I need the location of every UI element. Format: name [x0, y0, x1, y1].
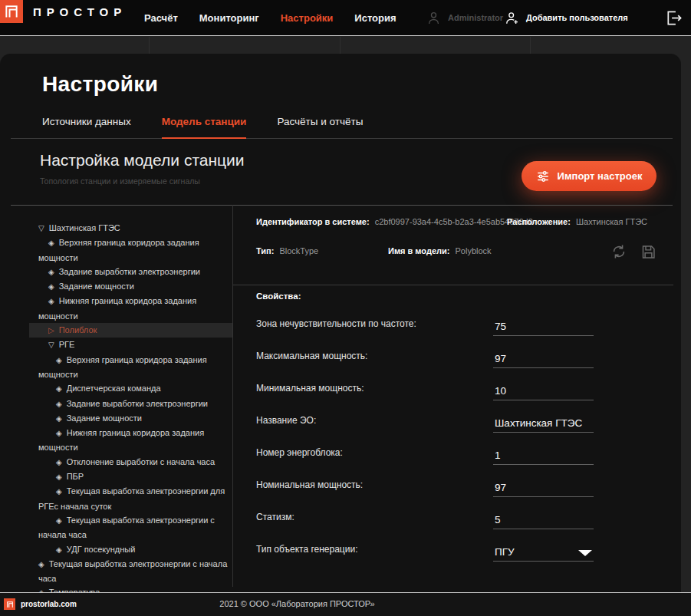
- add-user-label: Добавить пользователя: [526, 13, 628, 22]
- section-subtitle: Топология станции и измеряемые сигналы: [40, 176, 200, 186]
- tree-item[interactable]: ◈ПБР: [29, 469, 232, 484]
- tree-item[interactable]: ◈Текущая выработка электроэнергии с нача…: [29, 513, 232, 542]
- tree-item[interactable]: ◈Верхняя граница коридора задания мощнос…: [29, 353, 232, 382]
- page-title: Настройки: [42, 72, 158, 97]
- field-label: Номер энергоблока:: [256, 447, 343, 458]
- tree-item[interactable]: ◈Диспетчерская команда: [29, 381, 232, 396]
- field-input[interactable]: [493, 450, 594, 465]
- tab-2[interactable]: Модель станции: [162, 116, 247, 139]
- user-icon: [426, 11, 441, 25]
- block-type-value: BlockType: [279, 246, 318, 255]
- model-name: Имя в модели: Polyblock: [388, 246, 492, 255]
- tree-item[interactable]: ◈УДГ посекундный: [29, 542, 232, 557]
- tree-item[interactable]: ▷Полиблок: [29, 323, 232, 338]
- tree-item-label: Задание мощности: [59, 282, 134, 291]
- tree-item-label: Текущая выработка электроэнергии для РГЕ…: [38, 486, 225, 510]
- tree-item-label: Нижняя граница коридора задания мощности: [38, 296, 196, 320]
- model-name-label: Имя в модели:: [388, 246, 449, 255]
- brand-logo-icon: [0, 0, 23, 23]
- field-row: Максимальная мощность:: [233, 336, 673, 368]
- tab-1[interactable]: Источники данных: [42, 116, 131, 138]
- tree-item[interactable]: ◈Задание мощности: [29, 279, 232, 294]
- tab-3[interactable]: Расчёты и отчёты: [277, 116, 363, 138]
- field-input[interactable]: [493, 353, 594, 368]
- main-content: Настройки Источники данныхМодель станции…: [0, 54, 681, 592]
- tree-item[interactable]: ◈Текущая выработка электроэнергии для РГ…: [29, 484, 232, 513]
- generation-type-select[interactable]: ПГУ: [493, 546, 594, 562]
- section-title: Настройка модели станции: [40, 151, 245, 170]
- field-label: Зона нечувствительности по частоте:: [256, 318, 416, 329]
- signal-diamond-icon: ◈: [48, 297, 54, 305]
- details-panel: Идентификатор в системе: c2bf0997-93a4-4…: [232, 205, 673, 587]
- import-settings-label: Импорт настроек: [558, 170, 643, 182]
- user-name: Administrator: [448, 13, 503, 22]
- tree-item[interactable]: ◈Задание выработки электроэнергии: [29, 397, 232, 411]
- collapse-triangle-icon: ▽: [48, 341, 54, 349]
- field-row: Название ЭО:: [233, 400, 673, 433]
- tree-item[interactable]: ◈Отклонение выработки с начала часа: [29, 455, 232, 469]
- tree-item-label: Задание выработки электроэнергии: [67, 399, 208, 408]
- tree-item[interactable]: ▽РГЕ: [29, 338, 232, 352]
- tree-item-label: Текущая выработка электроэнергии с начал…: [38, 559, 227, 583]
- signal-diamond-icon: ◈: [56, 458, 62, 466]
- field-label: Статизм:: [256, 512, 294, 522]
- signal-diamond-icon: ◈: [56, 400, 62, 408]
- tree-item-label: Задание выработки электроэнергии: [59, 267, 200, 276]
- properties-form: Зона нечувствительности по частоте:Макси…: [233, 304, 673, 562]
- field-row: Зона нечувствительности по частоте:: [233, 304, 673, 336]
- collapse-triangle-icon: ▽: [38, 224, 44, 232]
- field-input[interactable]: [493, 514, 594, 529]
- field-input[interactable]: [493, 321, 594, 336]
- signal-diamond-icon: ◈: [56, 429, 62, 437]
- tree-item-label: Шахтинская ГТЭС: [49, 223, 120, 232]
- tree-item[interactable]: ◈Текущая выработка электроэнергии с нача…: [29, 557, 232, 586]
- tree-item[interactable]: ▽Шахтинская ГТЭС: [29, 221, 232, 236]
- field-input[interactable]: [493, 482, 594, 497]
- logout-icon: [665, 9, 683, 27]
- signal-diamond-icon: ◈: [48, 282, 54, 291]
- header-separator: [340, 37, 341, 54]
- field-label: Минимальная мощность:: [256, 383, 364, 394]
- nav-item-4[interactable]: История: [354, 12, 396, 24]
- tree-item-label: УДГ посекундный: [67, 545, 136, 554]
- tree-item[interactable]: ◈Нижняя граница коридора задания мощност…: [29, 294, 232, 323]
- field-input[interactable]: [493, 385, 594, 400]
- add-user-button[interactable]: Добавить пользователя: [505, 0, 628, 35]
- field-row: Тип объекта генерации:ПГУ: [233, 529, 673, 562]
- refresh-button[interactable]: [610, 243, 627, 260]
- save-icon: [640, 244, 656, 260]
- logout-button[interactable]: [665, 9, 683, 27]
- select-value: ПГУ: [495, 546, 515, 558]
- main-nav: РасчётМониторингНастройкиИстория: [144, 0, 397, 35]
- model-name-value: Polyblock: [455, 246, 491, 255]
- app-header: ПРОСТОР РасчётМониторингНастройкиИстория…: [0, 0, 691, 36]
- nav-item-1[interactable]: Расчёт: [144, 12, 178, 24]
- tree-item[interactable]: ◈Задание мощности: [29, 411, 232, 426]
- tree-item-label: Нижняя граница коридора задания мощности: [38, 428, 204, 452]
- field-input[interactable]: [493, 417, 594, 433]
- tree-item[interactable]: ◈Нижняя граница коридора задания мощност…: [29, 426, 232, 455]
- block-type-label: Тип:: [256, 246, 274, 255]
- save-button[interactable]: [640, 243, 656, 260]
- nav-item-3[interactable]: Настройки: [281, 12, 334, 24]
- field-row: Минимальная мощность:: [233, 368, 673, 400]
- import-settings-button[interactable]: Импорт настроек: [522, 161, 656, 191]
- brand-name: ПРОСТОР: [33, 5, 127, 18]
- footer-copyright: 2021 © ООО «Лаборатория ПРОСТОР»: [0, 599, 594, 608]
- user-menu[interactable]: Administrator: [426, 0, 503, 35]
- field-label: Название ЭО:: [256, 415, 316, 426]
- system-id-label: Идентификатор в системе:: [256, 217, 370, 226]
- tree-item[interactable]: ◈Верхняя граница коридора задания мощнос…: [29, 236, 232, 265]
- tree-item[interactable]: ◈Задание выработки электроэнергии: [29, 265, 232, 279]
- signal-diamond-icon: ◈: [56, 516, 62, 525]
- nav-item-2[interactable]: Мониторинг: [199, 12, 259, 24]
- signal-diamond-icon: ◈: [56, 545, 62, 554]
- signal-diamond-icon: ◈: [48, 268, 54, 276]
- signal-diamond-icon: ◈: [48, 239, 54, 247]
- header-separator: [530, 37, 531, 54]
- app-footer: prostorlab.com 2021 © ООО «Лаборатория П…: [0, 592, 691, 616]
- brand-logo[interactable]: ПРОСТОР: [0, 0, 127, 23]
- signal-diamond-icon: ◈: [56, 473, 62, 481]
- field-row: Статизм:: [233, 497, 673, 529]
- properties-header: Свойства:: [256, 292, 301, 301]
